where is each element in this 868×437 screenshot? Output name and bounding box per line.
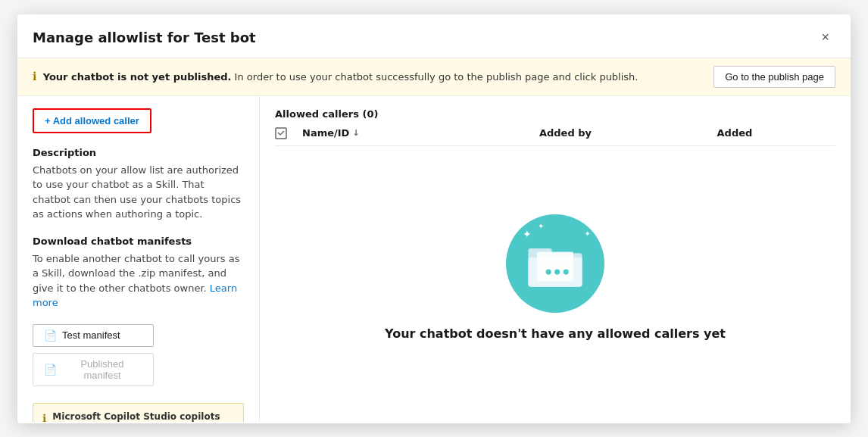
info-icon: ℹ — [33, 70, 37, 83]
manage-allowlist-dialog: Manage allowlist for Test bot × ℹ Your c… — [17, 14, 851, 423]
dialog-header: Manage allowlist for Test bot × — [17, 14, 851, 58]
empty-state: ✦ ✦ ✦ — [275, 146, 835, 410]
warning-banner-left: ℹ Your chatbot is not yet published. In … — [33, 70, 701, 83]
file-icon: 📄 — [44, 329, 57, 342]
description-title: Description — [33, 147, 244, 158]
add-allowed-caller-button[interactable]: + Add allowed caller — [33, 108, 151, 133]
svg-rect-6 — [537, 251, 573, 281]
table-name-header: Name/ID ↓ — [302, 127, 539, 139]
main-content: + Add allowed caller Description Chatbot… — [17, 96, 851, 422]
published-manifest-button[interactable]: 📄 Published manifest — [33, 353, 154, 386]
sparkle-icon-2: ✦ — [538, 222, 544, 230]
warning-banner-text: Your chatbot is not yet published. In or… — [43, 71, 639, 83]
sort-icon[interactable]: ↓ — [352, 128, 359, 138]
right-panel: Allowed callers (0) Name/ID ↓ Added by A… — [260, 96, 851, 422]
go-to-publish-button[interactable]: Go to the publish page — [713, 66, 835, 88]
test-manifest-label: Test manifest — [62, 329, 120, 341]
close-button[interactable]: × — [815, 27, 835, 48]
svg-line-1 — [278, 133, 280, 135]
sparkle-icon-1: ✦ — [523, 228, 532, 240]
dialog-title: Manage allowlist for Test bot — [33, 30, 256, 45]
empty-state-icon: ✦ ✦ ✦ — [506, 214, 604, 313]
warning-box-content: Microsoft Copilot Studio copilots aren't… — [52, 411, 234, 422]
warning-banner-rest: In order to use your chatbot successfull… — [231, 71, 638, 83]
svg-line-2 — [280, 131, 284, 135]
test-manifest-button[interactable]: 📄 Test manifest — [33, 324, 154, 347]
published-manifest-label: Published manifest — [62, 358, 142, 381]
table-added-header: Added — [717, 127, 835, 139]
file-disabled-icon: 📄 — [44, 364, 57, 376]
table-added-by-header: Added by — [539, 127, 717, 139]
warning-box-title: Microsoft Copilot Studio copilots aren't… — [52, 411, 234, 422]
svg-point-8 — [554, 270, 560, 275]
copilot-warning-box: ℹ Microsoft Copilot Studio copilots aren… — [33, 403, 244, 422]
table-header: Name/ID ↓ Added by Added — [275, 127, 835, 146]
svg-point-9 — [564, 270, 569, 275]
svg-point-7 — [546, 270, 551, 275]
table-checkbox-header — [275, 127, 302, 139]
warning-banner-bold: Your chatbot is not yet published. — [43, 71, 232, 83]
warning-banner: ℹ Your chatbot is not yet published. In … — [17, 58, 851, 96]
allowed-callers-header: Allowed callers (0) — [275, 108, 835, 120]
warning-box-icon: ℹ — [42, 412, 46, 422]
sparkle-icon-3: ✦ — [585, 229, 591, 238]
download-body: To enable another chatbot to call yours … — [33, 251, 244, 311]
download-title: Download chatbot manifests — [33, 236, 244, 247]
description-body: Chatbots on your allow list are authoriz… — [33, 163, 244, 222]
empty-state-text: Your chatbot doesn't have any allowed ca… — [385, 326, 726, 341]
left-panel: + Add allowed caller Description Chatbot… — [17, 96, 260, 422]
